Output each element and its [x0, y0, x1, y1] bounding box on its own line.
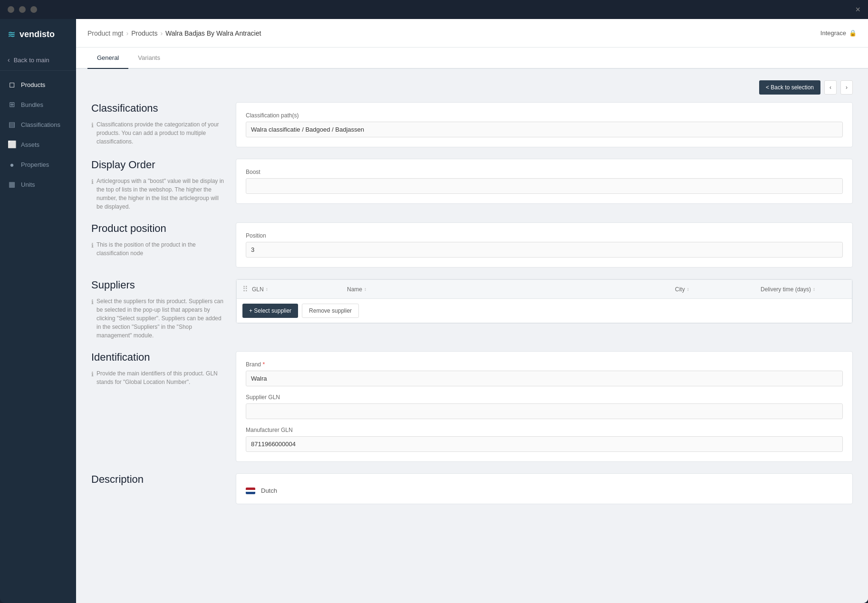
display-order-section-left: Display Order ℹ Articlegroups with a "bo… [91, 159, 224, 211]
top-actions: < Back to selection ‹ › [91, 80, 853, 95]
suppliers-title: Suppliers [91, 279, 224, 291]
breadcrumb-part-1[interactable]: Products [131, 29, 157, 37]
identification-section-right: Brand * Supplier GLN [236, 351, 853, 462]
suppliers-table: ⠿ GLN ↕ Name ↕ [236, 279, 852, 323]
supplier-gln-label: Supplier GLN [246, 394, 843, 401]
back-arrow-icon: ‹ [8, 56, 10, 64]
boost-input[interactable] [246, 178, 843, 194]
identification-desc: ℹ Provide the main identifiers of this p… [91, 369, 224, 386]
suppliers-card: ⠿ GLN ↕ Name ↕ [236, 279, 853, 324]
description-section: Description Dutch [91, 473, 853, 504]
manufacturer-gln-input[interactable] [246, 436, 843, 452]
logo-text: vendisto [19, 29, 55, 39]
classifications-desc: ℹ Classifications provide the categoriza… [91, 120, 224, 146]
product-position-desc-text: This is the position of the product in t… [96, 240, 224, 258]
brand-label: Brand * [246, 361, 843, 368]
sidebar-item-label-bundles: Bundles [21, 101, 43, 108]
description-lang: Dutch [246, 487, 843, 494]
col-gln[interactable]: GLN ↕ [252, 285, 347, 294]
table-actions: + Select supplier Remove supplier [237, 299, 852, 323]
sort-gln-icon: ↕ [266, 287, 268, 292]
integrace-label: Integrace 🔒 [820, 29, 857, 37]
sidebar-item-assets[interactable]: ⬜ Assets [0, 134, 76, 154]
description-title: Description [91, 473, 224, 486]
supplier-gln-input[interactable] [246, 403, 843, 419]
identification-desc-text: Provide the main identifiers of this pro… [96, 369, 224, 386]
logo-icon: ≋ [8, 29, 16, 40]
position-input[interactable] [246, 242, 843, 258]
col-delivery[interactable]: Delivery time (days) ↕ [761, 285, 846, 294]
drag-icon: ⠿ [242, 285, 248, 294]
assets-icon: ⬜ [8, 140, 16, 149]
sort-delivery-icon: ↕ [813, 287, 815, 292]
sidebar-item-properties[interactable]: ● Properties [0, 154, 76, 174]
sidebar-item-products[interactable]: ◻ Products [0, 75, 76, 95]
breadcrumb: Product mgt › Products › Walra Badjas By… [87, 29, 261, 37]
sidebar: ≋ vendisto ‹ Back to main ◻ Products ⊞ B… [0, 19, 76, 603]
lock-icon: 🔒 [849, 29, 857, 37]
display-order-section-right: Boost [236, 159, 853, 211]
display-order-desc: ℹ Articlegroups with a "boost" value wil… [91, 177, 224, 211]
info-icon-2: ℹ [91, 177, 94, 187]
suppliers-desc: ℹ Select the suppliers for this product.… [91, 297, 224, 340]
sidebar-item-bundles[interactable]: ⊞ Bundles [0, 95, 76, 115]
page-content: < Back to selection ‹ › Classifications … [76, 69, 868, 527]
description-section-right: Dutch [236, 473, 853, 504]
boost-label: Boost [246, 169, 843, 175]
classification-paths-label: Classification path(s) [246, 112, 843, 119]
identification-section: Identification ℹ Provide the main identi… [91, 351, 853, 462]
col-city[interactable]: City ↕ [675, 285, 761, 294]
sidebar-item-classifications[interactable]: ▤ Classifications [0, 115, 76, 134]
sidebar-item-label-classifications: Classifications [21, 121, 60, 128]
identification-title: Identification [91, 351, 224, 364]
sidebar-item-label-assets: Assets [21, 141, 39, 148]
classification-paths-input[interactable] [246, 122, 843, 137]
back-to-selection-button[interactable]: < Back to selection [759, 80, 820, 95]
sidebar-item-label-units: Units [21, 181, 35, 188]
dot-1 [8, 6, 14, 13]
col-name-label: Name [347, 286, 362, 293]
units-icon: ▦ [8, 180, 16, 189]
breadcrumb-part-0: Product mgt [87, 29, 123, 37]
suppliers-section-right: ⠿ GLN ↕ Name ↕ [236, 279, 853, 340]
integrace-text: Integrace [820, 29, 846, 37]
classifications-desc-text: Classifications provide the categorizati… [96, 120, 224, 146]
back-to-main-label: Back to main [14, 57, 49, 64]
tab-variants[interactable]: Variants [128, 48, 170, 69]
nav-prev-button[interactable]: ‹ [824, 80, 837, 95]
close-button[interactable]: × [855, 5, 860, 15]
tab-general[interactable]: General [87, 48, 128, 69]
col-name[interactable]: Name ↕ [347, 285, 675, 294]
brand-input[interactable] [246, 371, 843, 386]
dot-3 [30, 6, 37, 13]
classifications-section: Classifications ℹ Classifications provid… [91, 102, 853, 147]
info-icon-4: ℹ [91, 297, 94, 307]
display-order-desc-text: Articlegroups with a "boost" value will … [96, 177, 224, 211]
display-order-card: Boost [236, 159, 853, 204]
bundles-icon: ⊞ [8, 100, 16, 109]
suppliers-desc-text: Select the suppliers for this product. S… [96, 297, 224, 340]
col-city-label: City [675, 286, 685, 293]
select-supplier-button[interactable]: + Select supplier [242, 304, 298, 318]
nav-next-button[interactable]: › [840, 80, 853, 95]
titlebar: × [0, 0, 868, 19]
sort-city-icon: ↕ [687, 287, 689, 292]
back-to-main-button[interactable]: ‹ Back to main [0, 49, 76, 71]
display-order-section: Display Order ℹ Articlegroups with a "bo… [91, 159, 853, 211]
sidebar-item-units[interactable]: ▦ Units [0, 174, 76, 194]
product-position-section: Product position ℹ This is the position … [91, 222, 853, 268]
info-icon: ℹ [91, 121, 94, 130]
content-area: < Back to selection ‹ › Classifications … [76, 69, 868, 603]
product-position-section-right: Position [236, 222, 853, 268]
product-position-title: Product position [91, 222, 224, 235]
classifications-card: Classification path(s) [236, 102, 853, 147]
description-card: Dutch [236, 473, 853, 504]
products-icon: ◻ [8, 80, 16, 89]
info-icon-5: ℹ [91, 370, 94, 379]
col-delivery-label: Delivery time (days) [761, 286, 811, 293]
remove-supplier-button[interactable]: Remove supplier [302, 304, 359, 318]
sidebar-item-label-products: Products [21, 81, 45, 88]
product-position-section-left: Product position ℹ This is the position … [91, 222, 224, 268]
product-position-card: Position [236, 222, 853, 268]
tabs: General Variants [76, 48, 868, 69]
